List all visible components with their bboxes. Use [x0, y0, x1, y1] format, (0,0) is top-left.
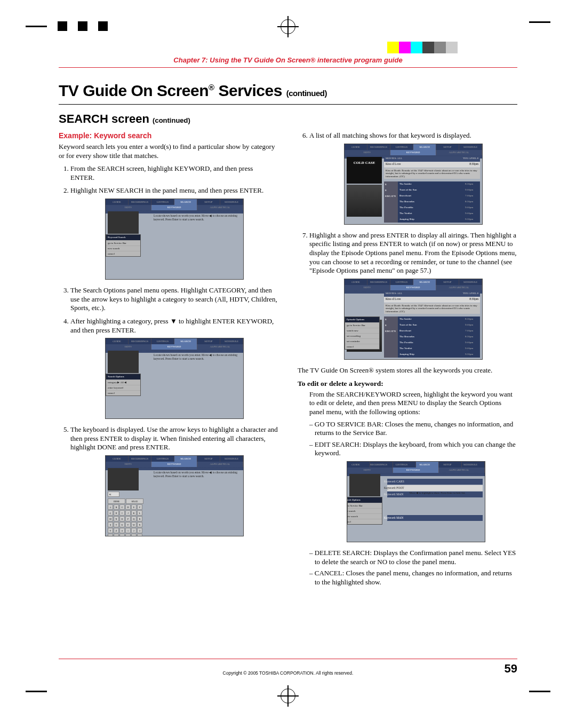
reg-right-group	[529, 21, 550, 23]
right-column: A list of all matching shows for that ke…	[298, 131, 517, 590]
reg-left-group	[26, 21, 108, 31]
color-swatch	[422, 42, 434, 53]
option-item: DELETE SEARCH: Displays the Confirmation…	[309, 549, 517, 566]
step-item: From the SEARCH screen, highlight KEYWOR…	[70, 164, 278, 182]
section-title-text: SEARCH screen	[59, 112, 149, 125]
main-title-suffix: Services	[214, 82, 282, 99]
header-rule	[59, 67, 517, 68]
screenshot-keyword-search-panel: GUIDERECORDINGSLISTINGSSEARCHSETUPSCHEDU…	[105, 199, 244, 280]
color-swatch	[446, 42, 458, 53]
main-title-text: TV Guide On Screen	[59, 82, 209, 99]
page-number: 59	[505, 662, 517, 676]
screenshot-search-options-panel: GUIDERECORDINGSLISTINGSSEARCHSETUPSCHEDU…	[105, 338, 244, 419]
reg-line	[26, 26, 47, 27]
options-list: GO TO SERVICE BAR: Closes the menu, chan…	[298, 420, 517, 587]
option-text: EDIT SEARCH: Displays the keyboard, from…	[315, 440, 516, 457]
reg-line	[26, 691, 47, 692]
color-swatch	[411, 42, 422, 53]
section-title: SEARCH screen (continued)	[59, 112, 517, 126]
screenshot-episode-options: GUIDERECORDINGSLISTINGSSEARCHSETUPSCHEDU…	[344, 279, 483, 360]
continued-label: (continued)	[286, 89, 327, 98]
option-item: CANCEL: Closes the panel menu, changes n…	[309, 569, 517, 587]
option-item: EDIT SEARCH: Displays the keyboard, from…	[309, 440, 517, 542]
screenshot-keyword-list: GUIDERECORDINGSLISTINGSSEARCHSETUPSCHEDU…	[347, 461, 485, 542]
chapter-header: Chapter 7: Using the TV Guide On Screen®…	[59, 56, 517, 64]
left-column: Example: Keyword search Keyword search l…	[59, 131, 278, 590]
screenshot-onscreen-keyboard: GUIDERECORDINGSLISTINGSSEARCHSETUPSCHEDU…	[105, 455, 244, 536]
step-item: After highlighting a category, press ▼ t…	[70, 317, 278, 419]
step-text: Highlight NEW SEARCH in the panel menu, …	[70, 186, 263, 194]
reg-line	[529, 21, 550, 23]
copyright: Copyright © 2005 TOSHIBA CORPORATION. Al…	[59, 670, 517, 676]
continued-label: (continued)	[153, 116, 190, 124]
registration-bottom	[0, 691, 576, 707]
reg-square	[78, 21, 87, 31]
step-item: The keyboard is displayed. Use the arrow…	[70, 425, 278, 536]
color-swatch	[399, 42, 411, 53]
intro-paragraph: Keyword search lets you enter a word(s) …	[59, 143, 278, 160]
reg-square	[58, 21, 67, 31]
reg-square	[98, 21, 108, 31]
color-swatch	[458, 42, 469, 53]
color-swatch	[387, 42, 399, 53]
option-item: GO TO SERVICE BAR: Closes the menu, chan…	[309, 420, 517, 438]
registration-top	[0, 21, 576, 37]
step-item: Highlight a show and press ENTER to disp…	[309, 231, 517, 360]
screenshot-results-list: GUIDERECORDINGSLISTINGSSEARCHSETUPSCHEDU…	[344, 144, 483, 225]
step-item: A list of all matching shows for that ke…	[309, 131, 517, 225]
color-bars	[387, 42, 469, 53]
main-title: TV Guide On Screen® Services (continued)	[59, 82, 517, 100]
step-text: Highlight a show and press ENTER to disp…	[309, 231, 517, 275]
step-text: A list of all matching shows for that ke…	[309, 131, 471, 139]
step-item: Highlight NEW SEARCH in the panel menu, …	[70, 186, 278, 280]
steps-list-right: A list of all matching shows for that ke…	[298, 131, 517, 360]
example-heading: Example: Keyword search	[59, 131, 278, 141]
edit-intro: From the SEARCH/KEYWORD screen, highligh…	[298, 390, 517, 417]
step-text: The keyboard is displayed. Use the arrow…	[70, 425, 278, 451]
steps-list-left: From the SEARCH screen, highlight KEYWOR…	[59, 164, 278, 536]
two-column-layout: Example: Keyword search Keyword search l…	[59, 131, 517, 590]
title-rule	[59, 104, 517, 105]
note-paragraph: The TV Guide On Screen® system stores al…	[298, 366, 517, 375]
page-footer: Copyright © 2005 TOSHIBA CORPORATION. Al…	[59, 659, 517, 676]
edit-delete-heading: To edit or delete a keyword:	[298, 379, 517, 388]
step-item: The Search Options panel menu opens. Hig…	[70, 286, 278, 313]
registered-mark: ®	[209, 83, 214, 92]
crosshair-icon	[281, 689, 295, 703]
crosshair-icon	[281, 19, 295, 34]
color-swatch	[434, 42, 446, 53]
page-body: Chapter 7: Using the TV Guide On Screen®…	[59, 56, 517, 590]
step-text: After highlighting a category, press ▼ t…	[70, 317, 274, 334]
reg-line	[529, 691, 550, 692]
